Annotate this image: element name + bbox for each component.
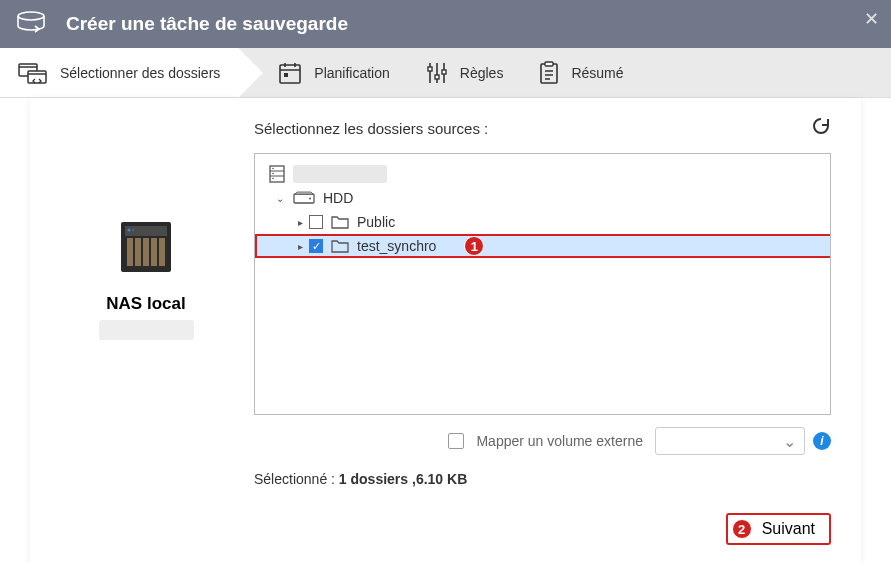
svg-rect-12 <box>127 238 133 266</box>
device-panel: NAS local <box>66 116 226 545</box>
svg-rect-6 <box>435 75 439 79</box>
step-label: Règles <box>460 65 504 81</box>
step-summary[interactable]: Résumé <box>521 48 641 97</box>
annotation-badge-2: 2 <box>732 519 752 539</box>
server-name-redacted <box>293 165 387 183</box>
svg-rect-8 <box>541 64 557 83</box>
selected-prefix: Sélectionné : <box>254 471 339 487</box>
svg-point-21 <box>272 173 274 175</box>
svg-rect-11 <box>125 226 167 236</box>
svg-point-22 <box>272 178 274 180</box>
tree-label: HDD <box>323 190 353 206</box>
tree-label: test_synchro <box>357 238 436 254</box>
tree-row-public[interactable]: ▸ Public <box>255 210 830 234</box>
svg-rect-7 <box>442 70 446 74</box>
step-schedule[interactable]: Planification <box>238 48 408 97</box>
svg-rect-15 <box>151 238 157 266</box>
step-bar: Sélectionner des dossiers Planification … <box>0 48 891 98</box>
selected-value: 1 dossiers ,6.10 KB <box>339 471 467 487</box>
folder-icon <box>331 239 349 253</box>
folder-tree[interactable]: ⌄ HDD ▸ Public <box>254 153 831 415</box>
next-button-label: Suivant <box>762 520 815 538</box>
tree-row-test-synchro[interactable]: ▸ ✓ test_synchro 1 <box>255 234 830 258</box>
device-name: NAS local <box>106 294 185 314</box>
svg-rect-4 <box>284 73 288 77</box>
prompt-text: Sélectionnez les dossiers sources : <box>254 120 488 137</box>
svg-rect-5 <box>428 67 432 71</box>
nas-device-icon <box>115 216 177 282</box>
svg-rect-19 <box>270 166 284 182</box>
external-volume-select[interactable]: ⌄ <box>655 427 805 455</box>
tree-row-hdd[interactable]: ⌄ HDD <box>255 186 830 210</box>
svg-rect-13 <box>135 238 141 266</box>
checkbox-test-synchro[interactable]: ✓ <box>309 239 323 253</box>
refresh-icon[interactable] <box>811 116 831 141</box>
svg-rect-2 <box>28 71 46 83</box>
svg-rect-3 <box>280 65 300 83</box>
caret-right-icon[interactable]: ▸ <box>295 241 305 252</box>
titlebar: Créer une tâche de sauvegarde ✕ <box>0 0 891 48</box>
clipboard-icon <box>539 61 559 85</box>
checkbox-public[interactable] <box>309 215 323 229</box>
calendar-icon <box>278 61 302 85</box>
svg-point-18 <box>132 229 134 231</box>
sliders-icon <box>426 61 448 85</box>
tree-label: Public <box>357 214 395 230</box>
tree-row-server[interactable] <box>255 162 830 186</box>
annotation-badge-1: 1 <box>464 236 484 256</box>
next-button[interactable]: 2 Suivant <box>726 513 831 545</box>
hdd-icon <box>293 191 315 205</box>
svg-point-0 <box>18 12 44 20</box>
svg-rect-16 <box>159 238 165 266</box>
close-icon[interactable]: ✕ <box>864 8 879 30</box>
info-icon[interactable]: i <box>813 432 831 450</box>
svg-point-17 <box>128 229 131 232</box>
svg-point-24 <box>309 198 311 200</box>
folder-selection-panel: Sélectionnez les dossiers sources : <box>254 116 831 545</box>
step-label: Planification <box>314 65 390 81</box>
server-icon <box>269 165 285 183</box>
caret-right-icon[interactable]: ▸ <box>295 217 305 228</box>
svg-rect-14 <box>143 238 149 266</box>
map-external-row: Mapper un volume externe ⌄ i <box>254 427 831 455</box>
window-title: Créer une tâche de sauvegarde <box>66 13 348 35</box>
svg-rect-9 <box>545 62 553 66</box>
map-external-label: Mapper un volume externe <box>476 433 643 449</box>
content-area: NAS local Sélectionnez les dossiers sour… <box>30 98 861 563</box>
step-label: Sélectionner des dossiers <box>60 65 220 81</box>
device-subtitle-redacted <box>99 320 194 340</box>
step-select-folders[interactable]: Sélectionner des dossiers <box>0 48 238 97</box>
backup-drive-icon <box>16 11 46 37</box>
step-rules[interactable]: Règles <box>408 48 522 97</box>
selection-summary: Sélectionné : 1 dossiers ,6.10 KB <box>254 471 831 487</box>
chevron-down-icon: ⌄ <box>783 432 796 451</box>
caret-down-icon[interactable]: ⌄ <box>275 193 285 204</box>
step-label: Résumé <box>571 65 623 81</box>
folders-icon <box>18 61 48 85</box>
checkbox-map-external[interactable] <box>448 433 464 449</box>
folder-icon <box>331 215 349 229</box>
svg-point-20 <box>272 168 274 170</box>
